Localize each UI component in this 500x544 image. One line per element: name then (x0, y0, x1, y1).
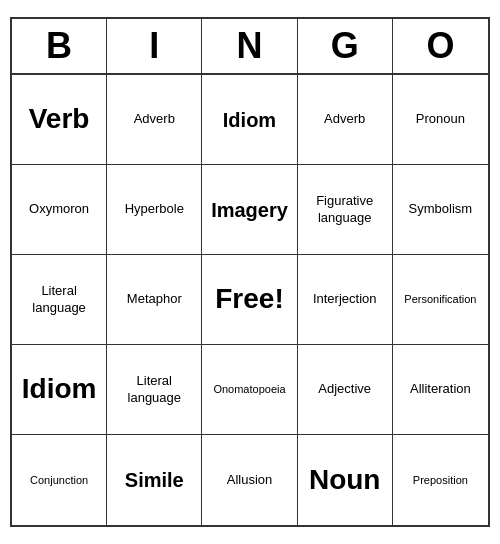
bingo-card: BINGO VerbAdverbIdiomAdverbPronounOxymor… (10, 17, 490, 527)
bingo-cell-22: Allusion (202, 435, 297, 525)
cell-text-13: Interjection (313, 291, 377, 308)
bingo-cell-0: Verb (12, 75, 107, 165)
bingo-header: BINGO (12, 19, 488, 75)
bingo-cell-14: Personification (393, 255, 488, 345)
cell-text-20: Conjunction (30, 473, 88, 487)
cell-text-12: Free! (215, 281, 283, 317)
header-letter-i: I (107, 19, 202, 73)
bingo-cell-12: Free! (202, 255, 297, 345)
header-letter-o: O (393, 19, 488, 73)
bingo-cell-5: Oxymoron (12, 165, 107, 255)
bingo-cell-24: Preposition (393, 435, 488, 525)
bingo-cell-1: Adverb (107, 75, 202, 165)
cell-text-16: Literal language (113, 373, 195, 407)
cell-text-8: Figurative language (304, 193, 386, 227)
cell-text-17: Onomatopoeia (213, 382, 285, 396)
bingo-cell-15: Idiom (12, 345, 107, 435)
bingo-cell-7: Imagery (202, 165, 297, 255)
cell-text-11: Metaphor (127, 291, 182, 308)
cell-text-5: Oxymoron (29, 201, 89, 218)
cell-text-7: Imagery (211, 197, 288, 223)
cell-text-14: Personification (404, 292, 476, 306)
cell-text-21: Simile (125, 467, 184, 493)
cell-text-10: Literal language (18, 283, 100, 317)
bingo-cell-11: Metaphor (107, 255, 202, 345)
bingo-cell-6: Hyperbole (107, 165, 202, 255)
bingo-cell-16: Literal language (107, 345, 202, 435)
cell-text-3: Adverb (324, 111, 365, 128)
header-letter-b: B (12, 19, 107, 73)
bingo-cell-10: Literal language (12, 255, 107, 345)
cell-text-15: Idiom (22, 371, 97, 407)
cell-text-4: Pronoun (416, 111, 465, 128)
bingo-cell-2: Idiom (202, 75, 297, 165)
cell-text-9: Symbolism (409, 201, 473, 218)
cell-text-19: Alliteration (410, 381, 471, 398)
bingo-cell-20: Conjunction (12, 435, 107, 525)
cell-text-2: Idiom (223, 107, 276, 133)
bingo-cell-17: Onomatopoeia (202, 345, 297, 435)
cell-text-18: Adjective (318, 381, 371, 398)
bingo-cell-4: Pronoun (393, 75, 488, 165)
bingo-cell-3: Adverb (298, 75, 393, 165)
bingo-cell-21: Simile (107, 435, 202, 525)
bingo-cell-13: Interjection (298, 255, 393, 345)
bingo-cell-8: Figurative language (298, 165, 393, 255)
header-letter-n: N (202, 19, 297, 73)
bingo-cell-23: Noun (298, 435, 393, 525)
bingo-grid: VerbAdverbIdiomAdverbPronounOxymoronHype… (12, 75, 488, 525)
cell-text-0: Verb (29, 101, 90, 137)
bingo-cell-19: Alliteration (393, 345, 488, 435)
bingo-cell-9: Symbolism (393, 165, 488, 255)
header-letter-g: G (298, 19, 393, 73)
bingo-cell-18: Adjective (298, 345, 393, 435)
cell-text-23: Noun (309, 462, 381, 498)
cell-text-6: Hyperbole (125, 201, 184, 218)
cell-text-22: Allusion (227, 472, 273, 489)
cell-text-24: Preposition (413, 473, 468, 487)
cell-text-1: Adverb (134, 111, 175, 128)
